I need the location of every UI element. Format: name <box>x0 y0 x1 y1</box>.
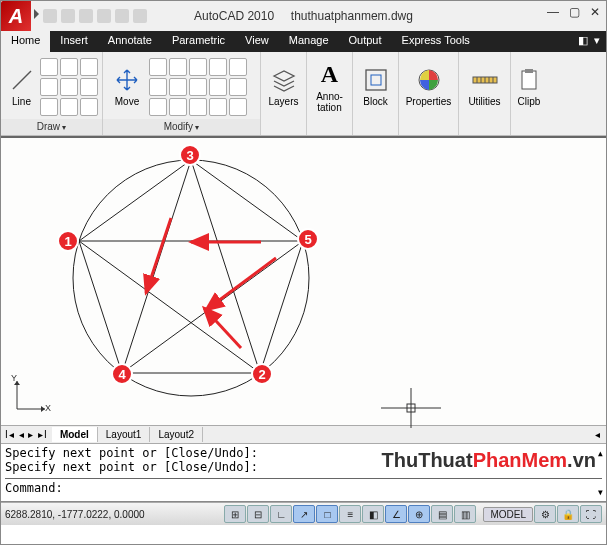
sc-toggle[interactable]: ▥ <box>454 505 476 523</box>
panel-annotation: A Anno- tation <box>307 52 353 135</box>
ucs-x-label: X <box>45 403 51 413</box>
layout-scroll-left[interactable]: ◂ <box>589 429 606 440</box>
cmd-scroll-down[interactable]: ▾ <box>597 485 604 499</box>
qat-save-icon[interactable] <box>79 9 93 23</box>
lineweight-toggle[interactable]: ≡ <box>339 505 361 523</box>
qat-new-icon[interactable] <box>43 9 57 23</box>
copy-icon[interactable] <box>149 58 167 76</box>
panel-utilities: Utilities <box>459 52 511 135</box>
annotation-scale-icon[interactable]: ⛶ <box>580 505 602 523</box>
layout-nav-buttons[interactable]: I◂ ◂ ▸ ▸I <box>1 429 52 440</box>
maximize-button[interactable]: ▢ <box>569 5 580 19</box>
properties-button[interactable]: Properties <box>403 56 454 118</box>
panel-clipboard: Clipb <box>511 52 545 135</box>
tab-layout2[interactable]: Layout2 <box>150 427 203 442</box>
dyn-input-toggle[interactable]: ⊕ <box>408 505 430 523</box>
array-icon[interactable] <box>209 78 227 96</box>
clipboard-button[interactable]: Clipb <box>515 56 543 118</box>
chamfer-icon[interactable] <box>189 98 207 116</box>
layers-button[interactable]: Layers <box>265 56 302 118</box>
move-button[interactable]: Move <box>107 56 147 118</box>
svg-line-20 <box>191 160 260 373</box>
ucs-icon: X Y <box>11 377 49 417</box>
svg-rect-1 <box>366 70 386 90</box>
circle-icon[interactable] <box>40 78 58 96</box>
point-badge-4: 4 <box>111 363 133 385</box>
tab-output[interactable]: Output <box>339 31 392 52</box>
svg-line-19 <box>122 160 191 373</box>
erase-icon[interactable] <box>229 58 247 76</box>
ortho-toggle[interactable]: ∟ <box>270 505 292 523</box>
qat-open-icon[interactable] <box>61 9 75 23</box>
clipboard-label: Clipb <box>518 96 541 107</box>
spline-icon[interactable] <box>80 58 98 76</box>
annotation-label: Anno- tation <box>316 91 343 113</box>
app-menu-button[interactable] <box>1 1 31 31</box>
workspace-switch-icon[interactable]: ⚙ <box>534 505 556 523</box>
close-button[interactable]: ✕ <box>590 5 600 19</box>
rectangle-icon[interactable] <box>60 78 78 96</box>
tab-view[interactable]: View <box>235 31 279 52</box>
grid-toggle[interactable]: ⊟ <box>247 505 269 523</box>
transparency-toggle[interactable]: ◧ <box>362 505 384 523</box>
tab-parametric[interactable]: Parametric <box>162 31 235 52</box>
line-label: Line <box>12 96 31 107</box>
snap-toggle[interactable]: ⊞ <box>224 505 246 523</box>
region-icon[interactable] <box>80 98 98 116</box>
join-icon[interactable] <box>209 98 227 116</box>
block-button[interactable]: Block <box>357 56 394 118</box>
point-icon[interactable] <box>60 98 78 116</box>
tab-insert[interactable]: Insert <box>50 31 98 52</box>
ucs-y-label: Y <box>11 373 17 383</box>
qat-print-icon[interactable] <box>133 9 147 23</box>
window-title: AutoCAD 2010 thuthuatphanmem.dwg <box>194 9 413 23</box>
model-space-indicator[interactable]: MODEL <box>483 507 533 522</box>
polar-toggle[interactable]: ↗ <box>293 505 315 523</box>
tab-layout1[interactable]: Layout1 <box>98 427 151 442</box>
otrack-toggle[interactable]: ∠ <box>385 505 407 523</box>
point-badge-3: 3 <box>179 144 201 166</box>
lock-ui-icon[interactable]: 🔒 <box>557 505 579 523</box>
extend-icon[interactable] <box>209 58 227 76</box>
offset-icon[interactable] <box>169 98 187 116</box>
svg-line-16 <box>79 160 191 241</box>
polyline-icon[interactable] <box>40 58 58 76</box>
panel-layers: Layers <box>261 52 307 135</box>
qat-undo-icon[interactable] <box>97 9 111 23</box>
qat-redo-icon[interactable] <box>115 9 129 23</box>
qp-toggle[interactable]: ▤ <box>431 505 453 523</box>
explode-icon[interactable] <box>229 78 247 96</box>
minimize-button[interactable]: — <box>547 5 559 19</box>
arc-icon[interactable] <box>60 58 78 76</box>
ellipse-icon[interactable] <box>80 78 98 96</box>
break-icon[interactable] <box>229 98 247 116</box>
file-name: thuthuatphanmem.dwg <box>291 9 413 23</box>
watermark-part1: ThuThuat <box>382 449 473 471</box>
scale-icon[interactable] <box>169 78 187 96</box>
cmd-scroll-up[interactable]: ▴ <box>597 446 604 460</box>
osnap-toggle[interactable]: □ <box>316 505 338 523</box>
svg-rect-10 <box>522 71 536 89</box>
mirror-icon[interactable] <box>149 78 167 96</box>
annotation-button[interactable]: A Anno- tation <box>311 56 348 118</box>
tab-express-tools[interactable]: Express Tools <box>392 31 480 52</box>
tab-model-space[interactable]: Model <box>52 427 98 442</box>
panel-draw-title[interactable]: Draw <box>37 121 67 132</box>
hatch-icon[interactable] <box>40 98 58 116</box>
line-button[interactable]: Line <box>5 56 38 118</box>
ribbon-tabs: Home Insert Annotate Parametric View Man… <box>1 31 606 52</box>
trim-icon[interactable] <box>189 58 207 76</box>
utilities-button[interactable]: Utilities <box>463 56 506 118</box>
tab-home[interactable]: Home <box>1 31 50 52</box>
drawing-canvas[interactable]: 1 2 3 4 5 X Y <box>1 136 606 426</box>
tab-manage[interactable]: Manage <box>279 31 339 52</box>
ribbon-help-icon[interactable]: ◧ <box>578 34 588 49</box>
fillet-icon[interactable] <box>189 78 207 96</box>
panel-modify-title[interactable]: Modify <box>164 121 200 132</box>
modify-tools <box>149 58 247 116</box>
svg-line-0 <box>13 71 31 89</box>
ribbon-minimize-icon[interactable]: ▾ <box>594 34 600 49</box>
stretch-icon[interactable] <box>149 98 167 116</box>
rotate-icon[interactable] <box>169 58 187 76</box>
tab-annotate[interactable]: Annotate <box>98 31 162 52</box>
